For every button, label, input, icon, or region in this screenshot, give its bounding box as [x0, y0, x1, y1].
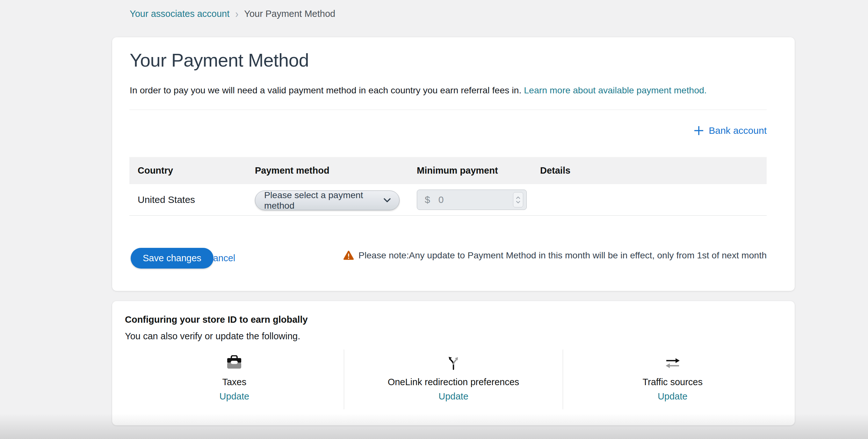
- plus-icon: [693, 125, 704, 136]
- breadcrumb: Your associates account › Your Payment M…: [130, 8, 335, 19]
- update-taxes-link[interactable]: Update: [220, 391, 249, 402]
- add-bank-account-label: Bank account: [709, 125, 767, 136]
- page-title: Your Payment Method: [130, 50, 309, 71]
- column-header-country: Country: [129, 165, 255, 176]
- save-button[interactable]: Save changes: [131, 248, 214, 269]
- payment-method-card: Your Payment Method In order to pay you …: [112, 37, 795, 291]
- store-card-heading: Configuring your store ID to earn global…: [125, 314, 308, 325]
- payment-method-select-value: Please select a payment method: [264, 190, 378, 211]
- store-option-label: Traffic sources: [642, 377, 703, 387]
- update-onelink-link[interactable]: Update: [438, 391, 468, 402]
- warning-icon: [343, 250, 354, 260]
- breadcrumb-current: Your Payment Method: [244, 9, 335, 19]
- store-options: Taxes Update OneLink redirection prefere…: [125, 349, 782, 409]
- payment-update-note: Please note:Any update to Payment Method…: [343, 250, 767, 260]
- store-option-taxes: Taxes Update: [125, 349, 344, 409]
- payment-method-cell: Please select a payment method: [255, 190, 417, 210]
- currency-symbol: $: [425, 194, 430, 205]
- split-arrows-icon: [445, 354, 461, 370]
- column-header-payment-method: Payment method: [255, 165, 417, 176]
- swap-arrows-icon: [664, 354, 681, 370]
- chevron-down-icon: [516, 201, 520, 203]
- update-traffic-sources-link[interactable]: Update: [658, 391, 688, 402]
- table-header-row: Country Payment method Minimum payment D…: [129, 157, 767, 184]
- store-id-card: Configuring your store ID to earn global…: [112, 301, 795, 425]
- minimum-payment-value: 0: [438, 194, 513, 205]
- add-bank-account-button[interactable]: Bank account: [693, 125, 767, 136]
- number-stepper[interactable]: [513, 192, 523, 208]
- payment-methods-table: Country Payment method Minimum payment D…: [129, 157, 767, 216]
- store-card-subheading: You can also verify or update the follow…: [125, 331, 300, 342]
- column-header-details: Details: [540, 165, 767, 176]
- payment-method-select[interactable]: Please select a payment method: [255, 190, 400, 210]
- cancel-link[interactable]: Cancel: [207, 248, 235, 269]
- chevron-down-icon: [383, 198, 391, 202]
- page-description: In order to pay you we will need a valid…: [130, 85, 767, 96]
- store-option-label: Taxes: [222, 377, 246, 387]
- country-cell: United States: [129, 194, 255, 205]
- learn-more-link[interactable]: Learn more about available payment metho…: [524, 85, 707, 95]
- store-option-onelink: OneLink redirection preferences Update: [344, 349, 563, 409]
- column-header-minimum-payment: Minimum payment: [417, 165, 540, 176]
- minimum-payment-input[interactable]: $ 0: [417, 190, 527, 210]
- table-row: United States Please select a payment me…: [129, 184, 767, 216]
- briefcase-icon: [226, 354, 242, 370]
- chevron-up-icon: [516, 196, 520, 199]
- breadcrumb-link-associates-account[interactable]: Your associates account: [130, 9, 229, 19]
- note-text: Please note:Any update to Payment Method…: [359, 250, 767, 260]
- chevron-right-icon: ›: [235, 7, 238, 20]
- minimum-payment-cell: $ 0: [417, 190, 540, 210]
- description-text: In order to pay you we will need a valid…: [130, 85, 521, 95]
- divider: [129, 109, 767, 110]
- store-option-label: OneLink redirection preferences: [388, 377, 519, 387]
- store-option-traffic-sources: Traffic sources Update: [563, 349, 782, 409]
